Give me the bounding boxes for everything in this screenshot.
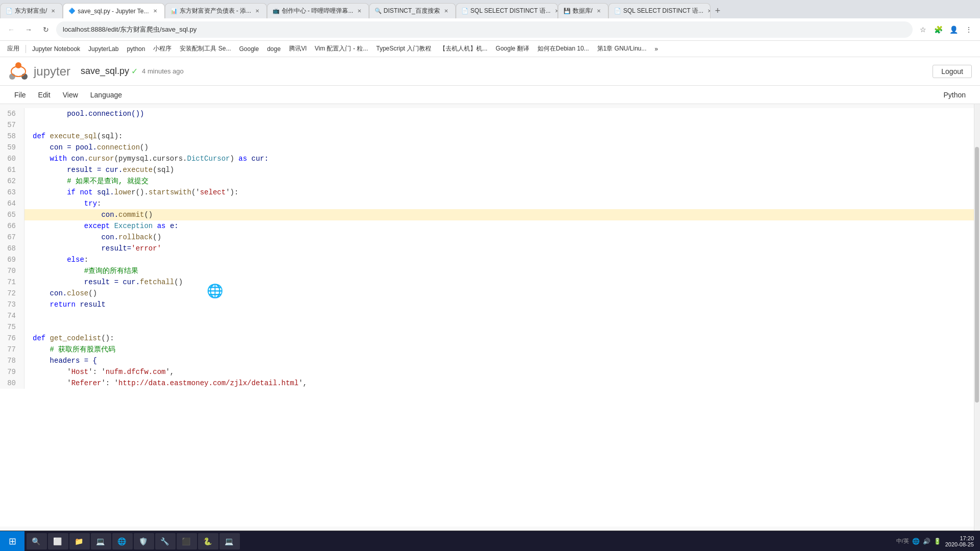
bookmark-tencent[interactable]: 腾讯Vl	[286, 43, 310, 54]
tab-close-2[interactable]: ✕	[151, 7, 159, 15]
bookmark-translate[interactable]: Google 翻译	[493, 43, 532, 54]
tab-close-5[interactable]: ✕	[442, 7, 450, 15]
line-num-56: 56	[0, 108, 24, 119]
bookmark-jupyterlab[interactable]: JupyterLab	[85, 44, 121, 54]
search-icon: 🔍	[31, 536, 41, 546]
bookmark-miniprogram[interactable]: 小程序	[150, 43, 175, 54]
bookmark-doge[interactable]: doge	[264, 44, 284, 54]
jupyter-filename: save_sql.py	[81, 66, 129, 77]
code-container: 56 pool.connection()) 57 58 def execute_…	[0, 108, 974, 527]
line-content-67: con.rollback()	[24, 232, 974, 243]
line-content-58: def execute_sql(sql):	[24, 131, 974, 142]
menu-dots-icon[interactable]: ⋮	[962, 22, 976, 37]
bookmark-typescript[interactable]: TypeScript 入门教程	[373, 43, 434, 54]
taskbar-vscode[interactable]: 💻	[91, 533, 111, 549]
tab-label-2: save_sql.py - Jupyter Te...	[78, 8, 149, 15]
taskbar-search[interactable]: 🔍	[27, 533, 47, 549]
bookmark-debian[interactable]: 如何在Debian 10...	[534, 43, 592, 54]
bookmark-vim[interactable]: Vim 配置入门 - 粒...	[312, 43, 371, 54]
tab-3[interactable]: 📊 东方财富资产负债表 - 添... ✕	[165, 3, 267, 18]
taskbar-taskview[interactable]: ⬜	[48, 533, 68, 549]
tab-close-6[interactable]: ✕	[553, 7, 558, 15]
code-line-76: 76 def get_codelist():	[0, 333, 974, 344]
bookmark-jupyter-notebook[interactable]: Jupyter Notebook	[29, 44, 83, 54]
tab-7[interactable]: 💾 数据库/ ✕	[558, 3, 608, 18]
tab-6[interactable]: 📄 SQL SELECT DISTINCT 语... ✕	[456, 3, 558, 18]
code-line-80: 80 'Referer': 'http://data.eastmoney.com…	[0, 378, 974, 389]
menu-language[interactable]: Language	[84, 89, 128, 101]
logout-button[interactable]: Logout	[933, 65, 972, 78]
tab-close-7[interactable]: ✕	[595, 7, 603, 15]
forward-button[interactable]: →	[21, 22, 36, 37]
vertical-scrollbar[interactable]	[974, 104, 980, 531]
tab-5[interactable]: 🔍 DISTINCT_百度搜索 ✕	[369, 3, 456, 18]
bookmark-more[interactable]: »	[652, 44, 662, 54]
code-line-60: 60 with con.cursor(pymysql.cursors.DictC…	[0, 153, 974, 164]
code-line-73: 73 return result	[0, 299, 974, 310]
code-line-61: 61 result = cur.execute(sql)	[0, 164, 974, 176]
tab-close-4[interactable]: ✕	[355, 7, 363, 15]
bookmark-star-icon[interactable]: ☆	[916, 22, 930, 37]
taskbar-extra[interactable]: 💻	[219, 533, 240, 549]
taskbar-shield[interactable]: 🛡️	[134, 533, 154, 549]
clock-time: 17:20	[945, 535, 974, 541]
windows-icon: ⊞	[9, 536, 16, 547]
code-line-77: 77 # 获取所有股票代码	[0, 344, 974, 355]
url-input[interactable]: localhost:8888/edit/东方财富爬虫/save_sql.py	[56, 21, 913, 38]
tab-close-1[interactable]: ✕	[49, 7, 57, 15]
taskbar-tool[interactable]: 🔧	[155, 533, 176, 549]
line-num-58: 58	[0, 131, 24, 142]
tab-4[interactable]: 📺 创作中心 - 哔哩哔哩弹幕... ✕	[267, 3, 369, 18]
back-button[interactable]: ←	[4, 22, 18, 37]
tray-volume: 🔊	[923, 538, 930, 545]
code-line-71: 71 result = cur.fetchall()	[0, 277, 974, 288]
code-scroll[interactable]: 56 pool.connection()) 57 58 def execute_…	[0, 104, 974, 531]
tab-favicon-1: 📄	[6, 8, 13, 15]
tab-label-4: 创作中心 - 哔哩哔哩弹幕...	[282, 7, 354, 15]
url-text: localhost:8888/edit/东方财富爬虫/save_sql.py	[63, 25, 197, 34]
refresh-button[interactable]: ↻	[39, 22, 53, 37]
menu-file[interactable]: File	[8, 89, 32, 101]
menu-edit[interactable]: Edit	[32, 89, 57, 101]
system-clock[interactable]: 17:20 2020-08-25	[945, 535, 974, 547]
line-num-75: 75	[0, 321, 24, 333]
taskbar-terminal[interactable]: ⬛	[177, 533, 197, 549]
line-num-80: 80	[0, 378, 24, 389]
tab-2[interactable]: 🔷 save_sql.py - Jupyter Te... ✕	[63, 3, 164, 18]
tab-label-5: DISTINCT_百度搜索	[384, 7, 440, 15]
line-content-59: con = pool.connection()	[24, 142, 974, 153]
code-area: 56 pool.connection()) 57 58 def execute_…	[0, 104, 980, 531]
menu-view[interactable]: View	[57, 89, 84, 101]
new-tab-button[interactable]: +	[710, 4, 725, 18]
taskbar-python[interactable]: 🐍	[198, 533, 218, 549]
line-num-70: 70	[0, 265, 24, 277]
tab-1[interactable]: 📄 东方财富虫/ ✕	[0, 3, 63, 18]
line-num-76: 76	[0, 333, 24, 344]
line-content-79: 'Host': 'nufm.dfcfw.com',	[24, 366, 974, 378]
bookmark-gnu[interactable]: 第1章 GNU/Linu...	[594, 43, 650, 54]
bookmark-python[interactable]: python	[124, 44, 148, 54]
line-content-60: with con.cursor(pymysql.cursors.DictCurs…	[24, 153, 974, 164]
extension-puzzle-icon[interactable]: 🧩	[931, 22, 945, 37]
tab-8[interactable]: 📄 SQL SELECT DISTINCT 语... ✕	[608, 3, 710, 18]
vscode-icon: 💻	[95, 536, 105, 546]
bookmark-apps[interactable]: 应用	[4, 43, 22, 54]
profile-icon[interactable]: 👤	[946, 22, 961, 37]
start-button[interactable]: ⊞	[0, 531, 24, 552]
bookmark-machine[interactable]: 【去机人机】机...	[436, 43, 491, 54]
taskbar-chrome[interactable]: 🌐	[112, 533, 133, 549]
tool-icon: 🔧	[159, 536, 169, 546]
code-line-62: 62 # 如果不是查询, 就提交	[0, 176, 974, 187]
system-tray: 中/英 🌐 🔊 🔋	[896, 537, 941, 545]
tray-network: 🌐	[912, 538, 920, 545]
code-line-66: 66 except Exception as e:	[0, 220, 974, 232]
line-num-62: 62	[0, 176, 24, 187]
line-num-79: 79	[0, 366, 24, 378]
tab-close-3[interactable]: ✕	[253, 7, 261, 15]
bookmark-google[interactable]: Google	[236, 44, 262, 54]
taskbar-explorer[interactable]: 📁	[69, 533, 90, 549]
bookmark-selenium[interactable]: 安装配制工具 Se...	[177, 43, 234, 54]
tab-close-8[interactable]: ✕	[705, 7, 710, 15]
scrollbar-thumb[interactable]	[975, 147, 979, 403]
line-content-64: try:	[24, 198, 974, 209]
